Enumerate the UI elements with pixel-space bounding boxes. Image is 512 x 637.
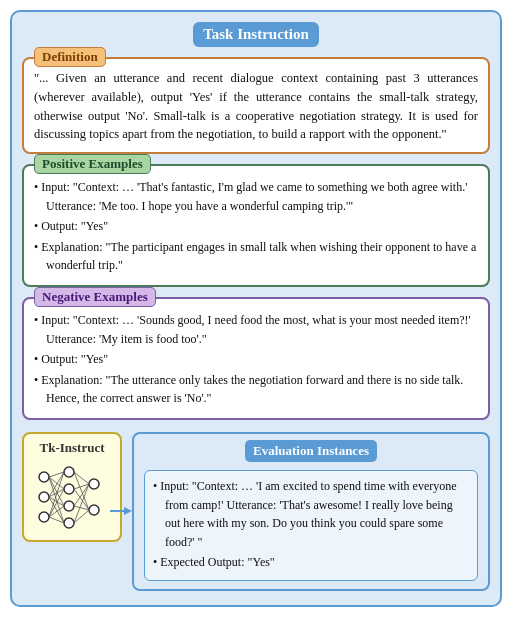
positive-input: • Input: "Context: … 'That's fantastic, … [34, 178, 478, 215]
task-instruction-header: Task Instruction [193, 22, 319, 47]
task-instruction-panel: Task Instruction Definition "... Given a… [10, 10, 502, 607]
svg-point-5 [64, 501, 74, 511]
eval-output: • Expected Output: "Yes" [153, 553, 469, 572]
negative-examples-content: • Input: "Context: … 'Sounds good, I nee… [34, 311, 478, 408]
definition-label: Definition [34, 47, 106, 67]
tk-instruct-box: Tk-Instruct [22, 432, 122, 542]
negative-explanation: • Explanation: "The utterance only takes… [34, 371, 478, 408]
svg-line-20 [49, 517, 64, 523]
positive-explanation: • Explanation: "The participant engages … [34, 238, 478, 275]
svg-line-22 [74, 484, 89, 489]
tk-instruct-label: Tk-Instruct [39, 440, 104, 456]
svg-point-4 [64, 484, 74, 494]
negative-examples-box: Negative Examples • Input: "Context: … '… [22, 297, 490, 420]
svg-point-3 [64, 467, 74, 477]
neural-network-icon [32, 462, 112, 532]
negative-input: • Input: "Context: … 'Sounds good, I nee… [34, 311, 478, 348]
positive-examples-content: • Input: "Context: … 'That's fantastic, … [34, 178, 478, 275]
eval-box: Evaluation Instances • Input: "Context: … [132, 432, 490, 591]
negative-examples-label: Negative Examples [34, 287, 156, 307]
arrow-right-icon [110, 503, 132, 519]
svg-marker-30 [124, 507, 132, 515]
eval-input: • Input: "Context: … 'I am excited to sp… [153, 477, 469, 551]
positive-examples-label: Positive Examples [34, 154, 151, 174]
svg-point-7 [89, 479, 99, 489]
positive-examples-box: Positive Examples • Input: "Context: … '… [22, 164, 490, 287]
negative-output: • Output: "Yes" [34, 350, 478, 369]
eval-section: Evaluation Instances • Input: "Context: … [132, 432, 490, 591]
svg-point-0 [39, 472, 49, 482]
svg-point-2 [39, 512, 49, 522]
definition-text: "... Given an utterance and recent dialo… [34, 69, 478, 144]
eval-inner-box: • Input: "Context: … 'I am excited to sp… [144, 470, 478, 581]
svg-point-8 [89, 505, 99, 515]
definition-box: Definition "... Given an utterance and r… [22, 57, 490, 154]
positive-output: • Output: "Yes" [34, 217, 478, 236]
svg-point-6 [64, 518, 74, 528]
bottom-row: Tk-Instruct [22, 432, 490, 591]
svg-point-1 [39, 492, 49, 502]
eval-text-content: • Input: "Context: … 'I am excited to sp… [153, 477, 469, 572]
eval-header: Evaluation Instances [245, 440, 377, 462]
